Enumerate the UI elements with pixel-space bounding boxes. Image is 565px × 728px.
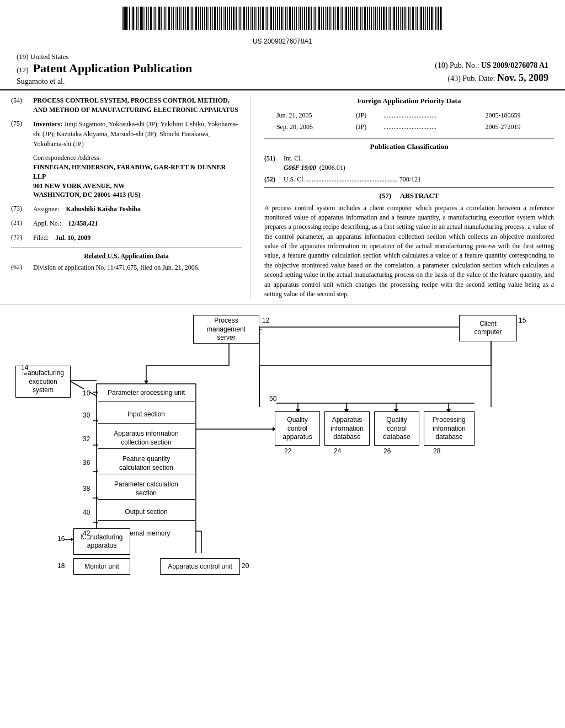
box-label-client: Client computer [474, 320, 502, 337]
svg-rect-69 [262, 7, 264, 30]
svg-rect-59 [242, 7, 242, 30]
svg-rect-144 [419, 7, 419, 30]
divider-3 [264, 187, 554, 188]
svg-rect-100 [327, 7, 328, 30]
svg-rect-111 [350, 7, 351, 30]
svg-rect-19 [158, 7, 160, 30]
correspondence-text: FINNEGAN, HENDERSON, FARABOW, GAR-RETT &… [33, 163, 242, 200]
svg-rect-22 [164, 7, 166, 30]
divider-1 [11, 248, 242, 248]
foreign-date: Jun. 21, 2005 [265, 110, 353, 121]
box-label-output: Output section [125, 508, 167, 517]
us-cl-number: 700/121 [399, 175, 421, 183]
label-20: 20 [242, 561, 249, 571]
svg-rect-0 [122, 7, 124, 30]
svg-rect-60 [243, 7, 245, 30]
inventors-value: Junji Sugamoto, Yokosuka-shi (JP); Yukih… [33, 120, 238, 148]
svg-rect-64 [252, 7, 253, 30]
svg-rect-125 [379, 7, 380, 30]
label-38: 38 [83, 484, 90, 494]
svg-rect-72 [269, 7, 269, 30]
label-22: 22 [284, 447, 291, 456]
svg-rect-146 [423, 7, 424, 30]
box-quality-ctrl-apparatus: Quality control apparatus [275, 411, 320, 446]
svg-rect-91 [308, 7, 310, 30]
svg-rect-154 [440, 7, 441, 30]
appl-value: 12/458,421 [68, 220, 98, 227]
svg-rect-23 [167, 7, 167, 30]
label-28: 28 [433, 447, 440, 456]
svg-rect-114 [356, 7, 358, 30]
svg-rect-40 [202, 7, 203, 30]
svg-rect-28 [177, 7, 178, 30]
svg-rect-67 [258, 7, 259, 30]
label-26: 26 [383, 447, 391, 456]
int-cl-value: Int. Cl. G06F 19/00 (2006.01) [284, 154, 345, 173]
label-32: 32 [83, 435, 90, 444]
svg-rect-30 [182, 7, 182, 30]
svg-rect-126 [381, 7, 382, 30]
foreign-table-row: Jun. 21, 2005 (JP) .....................… [265, 110, 553, 121]
pub-no-label: (10) Pub. No.: [435, 61, 479, 69]
svg-rect-79 [284, 7, 284, 30]
svg-rect-134 [398, 7, 399, 30]
svg-rect-121 [371, 7, 372, 30]
title-text: PROCESS CONTROL SYSTEM, PROCESS CONTROL … [33, 96, 242, 115]
country-label: (19) United States [17, 52, 282, 62]
left-column: (54) PROCESS CONTROL SYSTEM, PROCESS CON… [11, 96, 250, 299]
svg-rect-7 [135, 7, 135, 30]
filed-num: (22) [11, 233, 33, 243]
box-label-input: Input section [127, 410, 165, 419]
barcode-image: // generate barcode pattern inline [117, 6, 448, 33]
svg-rect-55 [233, 7, 234, 30]
box-label-monitor: Monitor unit [84, 563, 119, 571]
svg-rect-140 [411, 7, 411, 30]
appl-section: (21) Appl. No.: 12/458,421 [11, 218, 242, 228]
diagram-container: Process management server Client compute… [11, 311, 554, 553]
svg-rect-24 [168, 7, 170, 30]
svg-rect-110 [348, 7, 349, 30]
svg-rect-128 [386, 7, 387, 30]
abstract-heading: (57) ABSTRACT [264, 191, 554, 201]
box-apparatus-info-coll: Apparatus information collection section [98, 428, 195, 449]
svg-rect-54 [231, 7, 232, 30]
header-right: (10) Pub. No.: US 2009/0276078 A1 (43) P… [282, 60, 548, 87]
svg-rect-9 [138, 7, 139, 30]
svg-rect-119 [367, 7, 368, 30]
right-column: Foreign Application Priority Data Jun. 2… [262, 96, 554, 299]
pub-no-value: US 2009/0276078 A1 [481, 61, 548, 69]
filed-value: Jul. 10, 2009 [55, 234, 90, 242]
box-label-apparatus-ctrl: Apparatus control unit [168, 563, 232, 571]
assignee-label: Assignee: [33, 205, 64, 213]
svg-rect-38 [198, 7, 199, 30]
svg-rect-120 [369, 7, 370, 30]
svg-rect-139 [408, 7, 409, 30]
svg-rect-61 [246, 7, 247, 30]
barcode-section: // generate barcode pattern inline [0, 0, 565, 47]
label-50: 50 [269, 394, 276, 404]
assignee-value: Kabushiki Kaisha Toshiba [66, 205, 141, 213]
svg-rect-15 [150, 7, 152, 30]
box-label-process-mgmt: Process management server [207, 317, 246, 342]
box-output-section: Output section [98, 504, 195, 521]
svg-rect-117 [363, 7, 363, 30]
svg-rect-102 [332, 7, 332, 30]
title-section: (54) PROCESS CONTROL SYSTEM, PROCESS CON… [11, 96, 242, 115]
int-cl-num: (51) [264, 154, 284, 173]
svg-rect-5 [131, 7, 131, 30]
svg-rect-4 [129, 7, 130, 30]
svg-rect-13 [146, 7, 147, 30]
label-18: 18 [57, 561, 65, 571]
svg-rect-138 [407, 7, 407, 30]
svg-rect-150 [431, 7, 433, 30]
abstract-num: (57) [379, 191, 391, 200]
label-42: 42 [83, 529, 90, 538]
svg-rect-34 [190, 7, 190, 30]
svg-rect-68 [260, 7, 261, 30]
svg-rect-136 [402, 7, 403, 30]
svg-rect-118 [364, 7, 366, 30]
box-label-qcdb: Quality control database [383, 416, 410, 442]
svg-rect-48 [219, 7, 220, 30]
box-label-aidb: Apparatus information database [331, 416, 363, 442]
svg-rect-50 [223, 7, 223, 30]
